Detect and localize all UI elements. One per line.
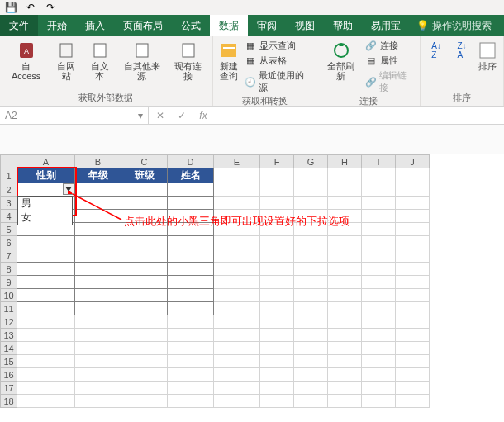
cell[interactable] — [75, 368, 121, 382]
cell[interactable] — [214, 263, 260, 276]
show-queries-button[interactable]: ▦显示查询 — [243, 39, 312, 53]
cell[interactable] — [294, 315, 328, 329]
cell[interactable] — [294, 263, 328, 276]
cell[interactable] — [121, 263, 168, 276]
cell[interactable] — [75, 210, 121, 223]
select-all-corner[interactable] — [1, 155, 17, 168]
cell[interactable] — [328, 249, 362, 263]
cell[interactable] — [362, 368, 396, 382]
cell[interactable] — [396, 368, 430, 382]
row-header[interactable]: 2 — [1, 183, 17, 197]
cell[interactable] — [168, 236, 214, 249]
cell[interactable] — [396, 382, 430, 395]
dropdown-option[interactable]: 女 — [18, 211, 72, 225]
cell[interactable] — [260, 183, 294, 197]
cell[interactable] — [168, 289, 214, 302]
cell[interactable] — [214, 276, 260, 289]
cell[interactable] — [121, 315, 168, 329]
cell[interactable] — [214, 329, 260, 342]
cell[interactable] — [121, 342, 168, 355]
cell[interactable] — [17, 289, 75, 302]
cell[interactable] — [328, 342, 362, 355]
cell[interactable] — [328, 289, 362, 302]
row-header[interactable]: 5 — [1, 223, 17, 236]
cell[interactable] — [396, 355, 430, 368]
cell[interactable] — [260, 168, 294, 183]
cell[interactable] — [17, 315, 75, 329]
cell[interactable] — [17, 236, 75, 249]
from-other-button[interactable]: 自其他来源 — [117, 39, 166, 83]
cell[interactable] — [362, 289, 396, 302]
cell[interactable] — [260, 329, 294, 342]
spreadsheet-grid[interactable]: ABCDEFGHIJ 1性别年级班级姓名23456789101112131415… — [0, 154, 504, 408]
cell[interactable] — [328, 236, 362, 249]
connections-button[interactable]: 🔗连接 — [364, 39, 416, 53]
cell[interactable] — [328, 302, 362, 315]
cell[interactable] — [168, 263, 214, 276]
cell[interactable] — [168, 276, 214, 289]
cell[interactable] — [168, 183, 214, 197]
cell[interactable] — [328, 263, 362, 276]
cell[interactable] — [17, 276, 75, 289]
cell[interactable] — [214, 289, 260, 302]
cell[interactable] — [362, 168, 396, 183]
cell[interactable] — [362, 249, 396, 263]
cell[interactable] — [121, 183, 168, 197]
cell[interactable]: 年级 — [75, 168, 121, 183]
cell[interactable] — [75, 382, 121, 395]
col-header[interactable]: B — [75, 155, 121, 168]
cell[interactable] — [294, 168, 328, 183]
dropdown-option[interactable]: 男 — [18, 197, 72, 211]
cell[interactable] — [121, 329, 168, 342]
save-icon[interactable]: 💾 — [5, 2, 17, 13]
cell[interactable] — [17, 263, 75, 276]
cell[interactable] — [260, 382, 294, 395]
row-header[interactable]: 10 — [1, 289, 17, 302]
tab-data[interactable]: 数据 — [210, 15, 248, 36]
cell[interactable] — [214, 236, 260, 249]
chevron-down-icon[interactable]: ▾ — [138, 110, 143, 121]
cell[interactable] — [396, 289, 430, 302]
col-header[interactable]: F — [260, 155, 294, 168]
cell[interactable] — [328, 183, 362, 197]
cell[interactable] — [17, 302, 75, 315]
tab-yiyongbao[interactable]: 易用宝 — [362, 15, 410, 36]
cell[interactable]: 班级 — [121, 168, 168, 183]
cell[interactable] — [121, 276, 168, 289]
cell[interactable] — [17, 355, 75, 368]
properties-button[interactable]: ▤属性 — [364, 54, 416, 68]
cell[interactable] — [168, 382, 214, 395]
from-text-button[interactable]: 自文本 — [84, 39, 116, 83]
cell[interactable] — [168, 315, 214, 329]
cell[interactable] — [294, 183, 328, 197]
cell[interactable] — [214, 168, 260, 183]
cell[interactable] — [260, 302, 294, 315]
cell[interactable] — [75, 289, 121, 302]
cell[interactable] — [168, 249, 214, 263]
cell[interactable] — [362, 355, 396, 368]
cell[interactable] — [362, 329, 396, 342]
formula-input[interactable] — [215, 107, 504, 124]
cell[interactable] — [260, 395, 294, 408]
row-header[interactable]: 4 — [1, 210, 17, 223]
cell[interactable] — [294, 249, 328, 263]
cell[interactable] — [362, 382, 396, 395]
cell[interactable] — [168, 395, 214, 408]
cell[interactable] — [294, 329, 328, 342]
undo-icon[interactable]: ↶ — [25, 2, 36, 13]
cell[interactable] — [75, 197, 121, 210]
sort-button[interactable]: 排序 — [476, 39, 499, 73]
row-header[interactable]: 7 — [1, 249, 17, 263]
cell[interactable] — [168, 197, 214, 210]
cell[interactable] — [214, 395, 260, 408]
tab-insert[interactable]: 插入 — [76, 15, 114, 36]
row-header[interactable]: 1 — [1, 168, 17, 183]
row-header[interactable]: 6 — [1, 236, 17, 249]
cell[interactable] — [396, 395, 430, 408]
cell[interactable] — [362, 210, 396, 223]
cell[interactable] — [168, 342, 214, 355]
cell[interactable] — [260, 355, 294, 368]
cell[interactable] — [75, 355, 121, 368]
cell[interactable] — [214, 197, 260, 210]
cell[interactable] — [75, 342, 121, 355]
